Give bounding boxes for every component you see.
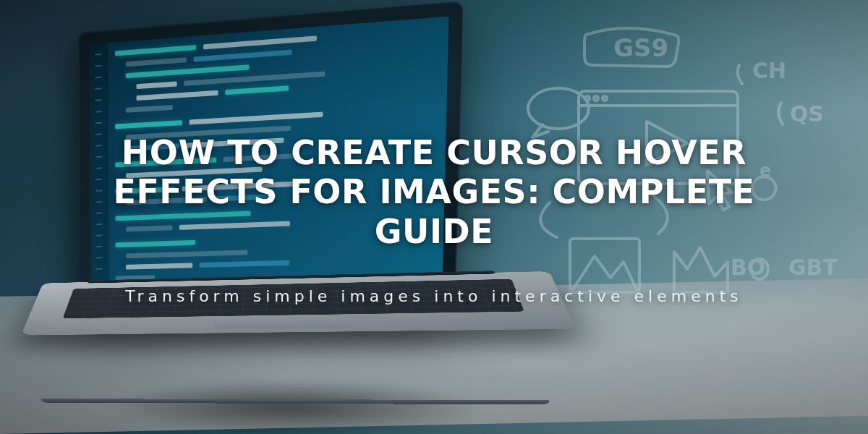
hero-subtitle: Transform simple images into interactive…	[125, 287, 742, 305]
hero-banner: GS9 CH QS e	[0, 0, 868, 434]
hero-text-overlay: HOW TO CREATE CURSOR HOVER EFFECTS FOR I…	[0, 0, 868, 434]
hero-title: HOW TO CREATE CURSOR HOVER EFFECTS FOR I…	[109, 133, 760, 251]
